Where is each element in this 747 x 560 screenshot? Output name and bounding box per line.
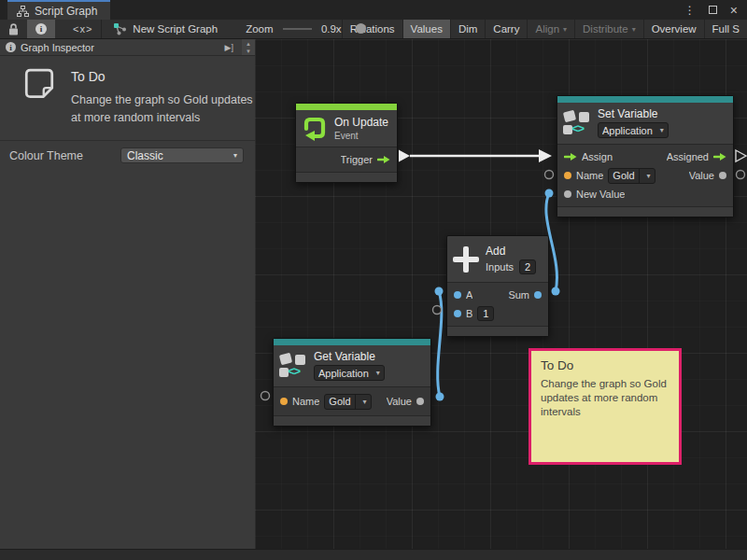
panel-scrollbar[interactable]: ▲ ▼ [242, 39, 255, 55]
distribute-button[interactable]: Distribute▾ [574, 20, 643, 38]
event-color-bar [296, 104, 397, 110]
chevron-down-icon: ▾ [363, 398, 367, 406]
value-port[interactable] [416, 398, 424, 405]
node-set-variable[interactable]: <> Set Variable Application ▾ [557, 95, 734, 217]
variable-name-dropdown[interactable]: Gold ▾ [608, 168, 655, 184]
external-port-assigned[interactable] [736, 150, 746, 161]
scroll-down-icon[interactable]: ▼ [246, 48, 251, 55]
wire-start-arrow-icon[interactable] [399, 150, 410, 162]
scroll-up-icon[interactable]: ▲ [246, 40, 251, 48]
variable-name-dropdown[interactable]: Gold ▾ [324, 394, 371, 410]
graph-inspector-panel: i Graph Inspector ▶] ▲ ▼ To Do Change th… [0, 39, 255, 549]
a-port[interactable] [454, 291, 461, 299]
external-port-add-b[interactable] [433, 306, 442, 315]
toolbar-separator [101, 20, 102, 38]
inspector-note-text: Change the graph so Gold updates at more… [71, 91, 258, 127]
variable-scope-dropdown[interactable]: Application ▾ [314, 365, 385, 381]
node-title: Add [486, 245, 536, 258]
lock-icon [8, 23, 19, 35]
full-screen-button[interactable]: Full S [704, 20, 747, 38]
inputs-count-field[interactable]: 2 [519, 259, 536, 274]
name-port[interactable] [280, 398, 288, 405]
chevron-down-icon: ▾ [647, 172, 651, 180]
tab-bar: Script Graph ⋮ × [0, 0, 747, 20]
add-plus-icon [453, 246, 479, 273]
node-footer [557, 206, 733, 217]
port-value-label: Value [387, 396, 412, 407]
graph-sticky-note[interactable]: To Do Change the graph so Gold updates a… [529, 348, 682, 465]
port-value-label: Value [689, 170, 714, 181]
dim-button[interactable]: Dim [450, 20, 485, 38]
new-value-port[interactable] [564, 190, 571, 198]
external-port-set-name[interactable] [545, 171, 554, 179]
node-title: Set Variable [598, 107, 669, 120]
port-assign-label: Assign [582, 151, 613, 162]
port-name-label: Name [292, 396, 319, 407]
wire-endpoint[interactable] [436, 393, 444, 401]
sticky-note-text: Change the graph so Gold updates at more… [541, 377, 679, 419]
tab-title: Script Graph [35, 5, 97, 18]
graph-inspector-header: i Graph Inspector ▶] ▲ ▼ [0, 39, 255, 56]
close-icon[interactable]: × [730, 4, 738, 17]
wire-endpoint[interactable] [552, 287, 560, 296]
flow-arrow-icon[interactable] [713, 152, 726, 161]
lock-button[interactable] [0, 20, 27, 38]
variable-scope-dropdown[interactable]: Application ▾ [598, 122, 669, 138]
zoom-slider-thumb[interactable] [356, 23, 366, 34]
sticky-note-icon [22, 67, 56, 103]
chevron-down-icon: ▾ [233, 151, 237, 160]
graph-toolbar: i <x> New Script Graph Zoom 0.9x Relatio… [0, 20, 747, 39]
zoom-label: Zoom [246, 23, 273, 35]
dock-panel-icon[interactable]: ▶] [225, 43, 237, 52]
toolbar-toggle-group: Relations Values Dim Carry Align▾ Distri… [342, 20, 747, 38]
graph-canvas[interactable]: To Do Change the graph so Gold updates a… [255, 39, 747, 549]
port-name-label: Name [576, 170, 603, 181]
node-get-variable[interactable]: <> Get Variable Application ▾ Name [273, 338, 431, 427]
chevron-down-icon: ▾ [660, 126, 664, 134]
node-on-update[interactable]: On Update Event Trigger [295, 103, 398, 183]
colour-theme-select[interactable]: Classic ▾ [120, 147, 244, 163]
node-footer [447, 326, 548, 336]
values-button[interactable]: Values [402, 20, 450, 38]
carry-button[interactable]: Carry [485, 20, 527, 38]
chevron-down-icon: ▾ [376, 369, 380, 377]
wire-endpoint[interactable] [545, 189, 554, 198]
maximize-icon[interactable] [709, 6, 717, 14]
inspector-toggle-button[interactable]: i [27, 20, 55, 38]
info-icon: i [35, 23, 47, 35]
zoom-value: 0.9x [321, 23, 342, 35]
wire-endpoint[interactable] [435, 287, 444, 296]
menu-icon[interactable]: ⋮ [684, 5, 696, 16]
align-button[interactable]: Align▾ [527, 20, 574, 38]
port-trigger[interactable]: Trigger [296, 150, 397, 169]
sum-port[interactable] [534, 291, 542, 299]
relations-button[interactable]: Relations [342, 20, 402, 38]
value-port[interactable] [719, 172, 726, 179]
port-row-name: Name Gold ▾ Value [274, 390, 430, 413]
overview-button[interactable]: Overview [643, 20, 704, 38]
colour-theme-value: Classic [127, 149, 163, 162]
info-icon: i [6, 42, 16, 52]
port-row-name: Name Gold ▾ Value [557, 166, 733, 185]
port-assigned-label: Assigned [667, 151, 709, 162]
flow-arrow-icon[interactable] [564, 152, 577, 161]
port-row-b: B 1 [447, 304, 548, 323]
port-row-new-value: New Value [557, 185, 733, 203]
code-view-button[interactable]: <x> [64, 20, 101, 38]
port-b-label: B [466, 308, 472, 319]
on-update-loop-icon [302, 115, 328, 141]
tab-script-graph[interactable]: Script Graph [7, 0, 110, 20]
name-port[interactable] [564, 172, 571, 179]
b-value-field[interactable]: 1 [477, 306, 494, 321]
new-script-graph-button[interactable]: New Script Graph [106, 20, 225, 38]
external-port-set-value[interactable] [737, 171, 745, 179]
colour-theme-label: Colour Theme [9, 149, 120, 162]
zoom-slider[interactable] [283, 28, 312, 30]
port-new-value-label: New Value [576, 189, 625, 200]
port-sum-label: Sum [508, 289, 529, 301]
b-port[interactable] [454, 310, 461, 317]
external-port-get-name[interactable] [261, 392, 270, 400]
node-footer [296, 172, 397, 182]
node-add[interactable]: Add Inputs 2 A Sum [446, 235, 549, 337]
variable-color-bar [274, 339, 430, 345]
